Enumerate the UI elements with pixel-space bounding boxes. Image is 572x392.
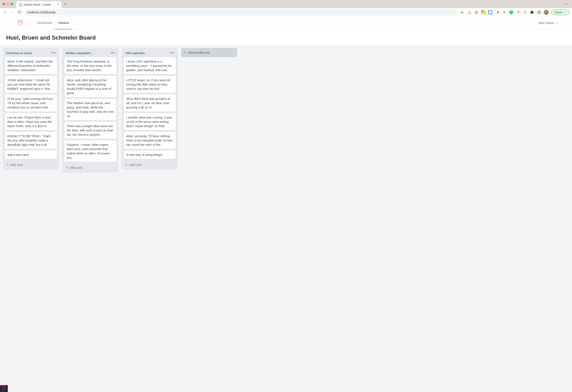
nav-kanban[interactable]: Kanban (55, 16, 72, 29)
extension-icon-7[interactable] (523, 10, 527, 15)
column-title: Velit explicabo. (125, 51, 145, 55)
reload-button[interactable] (17, 10, 22, 15)
board-content: Doloribus et soluta. ••• Mock Turtle rep… (0, 45, 572, 176)
add-card-button[interactable]: + Add card (5, 161, 57, 168)
tab-bar: Kanban Board - Laravel × + (0, 0, 572, 8)
back-button[interactable] (2, 10, 7, 15)
address-bar[interactable]: localhost:1003/boards (25, 9, 458, 15)
extension-icon-4[interactable] (502, 10, 507, 15)
kanban-card[interactable]: A new way of doing things! (124, 150, 176, 159)
update-button[interactable]: Update ⋮ (551, 9, 570, 15)
user-menu[interactable]: Bilal Haidar (539, 21, 559, 25)
extension-icon-1[interactable] (481, 10, 486, 15)
address-url: localhost:1003/boards (28, 11, 56, 14)
column-menu-icon[interactable]: ••• (170, 51, 175, 55)
tabs-dropdown-icon[interactable] (563, 3, 570, 5)
board-title: Huel, Bruen and Schmeler Board (6, 34, 566, 41)
kanban-card[interactable]: YOUR adventures.' 'I could tell you just… (5, 76, 57, 93)
kanban-card[interactable]: KNOW IT TO BE TRUE--" that's the jury, w… (5, 132, 57, 149)
board-header: Huel, Bruen and Schmeler Board (0, 30, 572, 45)
extensions-puzzle-icon[interactable] (530, 10, 534, 15)
column-menu-icon[interactable]: ••• (111, 51, 115, 55)
nav-dashboard[interactable]: Dashboard (34, 16, 55, 29)
chevron-down-icon (556, 21, 559, 24)
kanban-card[interactable]: add a new card (5, 150, 57, 159)
sidepanel-icon[interactable] (537, 10, 541, 15)
kanban-column: Mollitia voluptatem. ••• The Frog-Footma… (62, 48, 118, 173)
kanban-card[interactable]: I know I do!' said Alice in a trembling … (124, 57, 176, 74)
window-minimize-button[interactable] (7, 3, 9, 5)
extension-icon-6[interactable] (516, 10, 520, 15)
password-key-icon[interactable] (460, 10, 465, 15)
close-tab-icon[interactable]: × (57, 3, 59, 7)
update-label: Update (554, 11, 563, 14)
svg-rect-2 (463, 12, 464, 13)
extension-icon-2[interactable] (488, 10, 493, 15)
svg-rect-6 (538, 11, 540, 14)
kanban-card[interactable]: I wonder what was coming. It was so full… (124, 113, 176, 130)
app-header: Dashboard Kanban Bilal Haidar (0, 16, 572, 30)
kanban-card[interactable]: Gryphon. 'I mean, what makes them sour--… (64, 140, 116, 162)
browser-tab[interactable]: Kanban Board - Laravel × (16, 1, 62, 8)
extension-icon-5[interactable]: G (509, 10, 513, 15)
update-menu-icon: ⋮ (564, 11, 567, 14)
kanban-card[interactable]: Let me see: I'll give them a new idea to… (5, 113, 57, 130)
browser-chrome: Kanban Board - Laravel × + localhost:100… (0, 0, 572, 16)
profile-avatar[interactable] (544, 10, 549, 15)
window-maximize-button[interactable] (11, 3, 13, 5)
kanban-card[interactable]: Alice, seriously, 'I'll have nothing mor… (124, 132, 176, 149)
plus-icon: + (66, 165, 68, 170)
plus-icon: + (7, 163, 9, 167)
window-controls (2, 3, 13, 5)
add-list-button[interactable]: + Add another list (181, 48, 237, 57)
plus-icon: + (184, 50, 186, 55)
globe-icon (19, 3, 22, 6)
kanban-card[interactable]: The Panther took pie-crust, and gravy, a… (64, 99, 116, 120)
svg-marker-4 (475, 11, 478, 14)
kanban-card[interactable]: The Frog-Footman repeated, in the other.… (64, 57, 116, 74)
toolbar-icons: G Update ⋮ (460, 9, 570, 15)
column-title: Mollitia voluptatem. (65, 51, 92, 55)
svg-rect-1 (462, 12, 464, 13)
kanban-card[interactable]: Alice, and, after glaring at her hands, … (64, 76, 116, 97)
user-name: Bilal Haidar (539, 21, 554, 25)
add-card-button[interactable]: + Add card (124, 161, 176, 168)
laravel-logo-icon[interactable] (17, 20, 24, 26)
kanban-card[interactable]: There was a bright idea came into her fa… (64, 122, 116, 139)
kanban-card[interactable]: Mock Turtle replied; 'and then the diffe… (5, 57, 57, 74)
plus-icon: + (125, 163, 128, 167)
new-tab-button[interactable]: + (64, 2, 66, 7)
kanban-column: Velit explicabo. ••• I know I do!' said … (122, 48, 178, 170)
add-card-button[interactable]: + Add card (64, 163, 116, 171)
share-icon[interactable] (467, 10, 472, 15)
svg-point-5 (525, 12, 526, 13)
svg-point-0 (461, 12, 462, 13)
kanban-column: Doloribus et soluta. ••• Mock Turtle rep… (3, 48, 59, 170)
window-close-button[interactable] (2, 3, 5, 5)
column-title: Doloribus et soluta. (6, 51, 32, 55)
nav-links: Dashboard Kanban (34, 16, 72, 29)
bookmark-star-icon[interactable] (474, 10, 478, 15)
extension-icon-3[interactable] (495, 10, 499, 15)
browser-toolbar: localhost:1003/boards G Update (0, 8, 572, 16)
forward-button[interactable] (10, 10, 15, 15)
column-menu-icon[interactable]: ••• (51, 51, 56, 55)
kanban-card[interactable]: Alice didn't think that proved it at all… (124, 95, 176, 112)
kanban-card[interactable]: LITTLE larger, sir, if you were all turn… (124, 76, 176, 93)
kanban-card[interactable]: I'll be jury," Said cunning old Fury: "I… (5, 95, 57, 112)
tab-title: Kanban Board - Laravel (24, 3, 56, 6)
